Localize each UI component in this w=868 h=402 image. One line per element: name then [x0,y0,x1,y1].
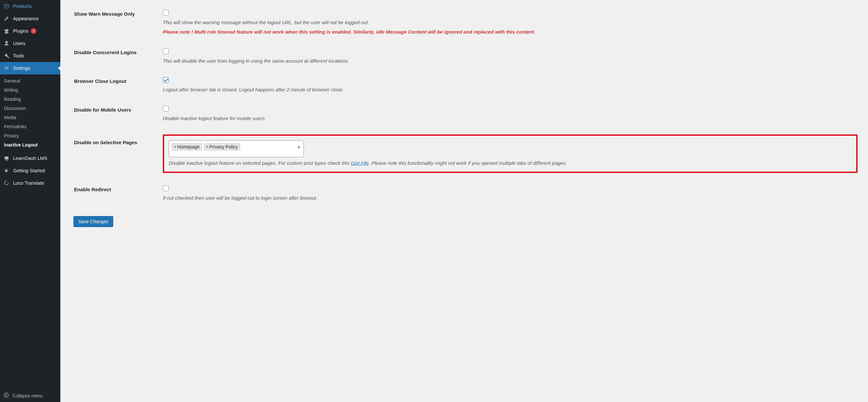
row-disable-mobile: Disable for Mobile Users Disable inactiv… [74,100,861,128]
row-disable-concurrent: Disable Concurrent Logins This will disa… [74,42,861,70]
plugins-icon [3,28,10,34]
field-description: If not checked then user will be logged … [163,194,858,202]
menu-label: Plugins [13,28,29,34]
sidebar-item-users[interactable]: Users [0,37,60,50]
field-label: Disable for Mobile Users [74,107,131,113]
collapse-icon [3,392,9,399]
field-description: This will show the warning message witho… [163,19,858,26]
submenu-item-writing[interactable]: Writing [0,86,60,95]
users-icon [3,40,10,47]
field-label: Show Warn Message Only [74,11,135,17]
products-icon [3,3,10,9]
collapse-label: Collapse menu [12,393,43,398]
submenu-item-permalinks[interactable]: Permalinks [0,122,60,131]
field-description: Disable inactive logout feature for mobi… [163,115,858,122]
field-warning: Please note ! Multi role timeout feature… [163,28,858,36]
tools-icon [3,53,10,59]
submenu-item-reading[interactable]: Reading [0,95,60,104]
row-enable-redirect: Enable Redirect If not checked then user… [74,180,861,208]
sidebar-item-settings[interactable]: Settings [0,62,60,74]
appearance-icon [3,16,10,22]
tag-label: Homepage [177,144,200,150]
sidebar-item-loco[interactable]: Loco Translate [0,177,60,189]
submenu-item-inactive-logout[interactable]: Inactive Logout [0,140,60,150]
settings-content: Show Warn Message Only This will show th… [60,0,868,402]
submenu-item-general[interactable]: General [0,76,60,86]
menu-label: LearnDash LMS [13,156,47,161]
plugins-update-badge: 3 [31,28,36,34]
row-show-warn: Show Warn Message Only This will show th… [74,4,861,42]
disable-concurrent-checkbox[interactable] [163,48,169,54]
field-label: Enable Redirect [74,187,111,192]
collapse-menu[interactable]: Collapse menu [0,389,60,402]
menu-label: Tools [13,53,24,58]
learndash-icon [3,155,10,161]
settings-form-table: Show Warn Message Only This will show th… [73,3,862,208]
highlighted-section: × Homepage × Privacy Policy × Disable in… [163,134,858,173]
menu-label: Appearance [13,16,38,21]
save-changes-button[interactable]: Save Changes [73,216,113,227]
field-description: This will disable the user from logging … [163,57,858,65]
selective-pages-input[interactable]: × Homepage × Privacy Policy × [169,140,304,157]
remove-tag-icon[interactable]: × [206,145,209,149]
field-label: Disable Concurrent Logins [74,50,137,55]
sidebar-item-products[interactable]: Products [0,0,60,12]
clear-all-tags-icon[interactable]: × [298,145,300,150]
menu-label: Loco Translate [13,180,44,186]
field-label: Browser Close Logout [74,78,126,84]
field-label: Disable on Selective Pages [74,140,137,145]
sidebar-item-tools[interactable]: Tools [0,50,60,62]
submenu-item-media[interactable]: Media [0,113,60,122]
selected-page-tag: × Homepage [172,143,202,150]
menu-label: Settings [13,66,30,71]
remove-tag-icon[interactable]: × [174,145,176,149]
sidebar-item-getting-started[interactable]: Getting Started [0,164,60,177]
submenu-item-privacy[interactable]: Privacy [0,131,60,140]
submenu-item-discussion[interactable]: Discussion [0,104,60,113]
browser-close-checkbox[interactable] [163,77,169,83]
admin-sidebar: Products Appearance Plugins 3 Users Tool… [0,0,60,402]
gist-file-link[interactable]: Gist File [351,160,369,166]
enable-redirect-checkbox[interactable] [163,185,169,191]
disable-mobile-checkbox[interactable] [163,106,169,112]
menu-label: Products [13,4,32,9]
getting-started-icon [3,167,10,174]
settings-submenu: General Writing Reading Discussion Media… [0,74,60,152]
menu-label: Users [13,41,26,46]
loco-icon [3,180,10,186]
menu-label: Getting Started [13,168,45,173]
row-disable-pages: Disable on Selective Pages × Homepage × … [74,129,861,179]
sidebar-item-plugins[interactable]: Plugins 3 [0,25,60,37]
field-description: Disable inactive logout feature on selec… [169,159,852,167]
field-description: Logout after browser tab is closed. Logo… [163,86,858,93]
row-browser-close: Browser Close Logout Logout after browse… [74,71,861,99]
tag-label: Privacy Policy [210,144,238,150]
show-warn-checkbox[interactable] [163,10,169,16]
settings-icon [3,65,10,71]
sidebar-item-learndash[interactable]: LearnDash LMS [0,152,60,164]
svg-point-0 [4,393,8,397]
sidebar-item-appearance[interactable]: Appearance [0,12,60,25]
selected-page-tag: × Privacy Policy [204,143,240,150]
